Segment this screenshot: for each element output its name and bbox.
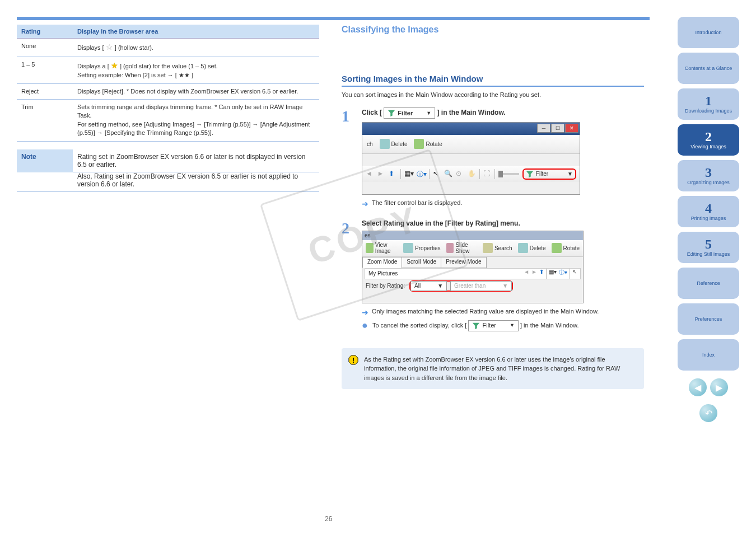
rotate-icon <box>414 139 424 149</box>
note-box: Note Rating set in ZoomBrowser EX versio… <box>17 149 319 192</box>
rating-cell: Reject <box>17 83 73 99</box>
view-image-button[interactable]: View Image <box>366 242 398 254</box>
slideshow-icon <box>446 243 454 253</box>
table-header-rating: Rating <box>17 25 73 39</box>
zoom-slider[interactable] <box>498 173 519 175</box>
desc-cell: Displays a [ ★ ] (gold star) for the val… <box>73 57 319 83</box>
filter-dropdown-inline: Filter ▼ <box>384 107 435 119</box>
nav-chapter-1[interactable]: 1Downloading Images <box>678 88 739 120</box>
nav-introduction[interactable]: Introduction <box>678 17 739 48</box>
filter-dropdowns-highlighted: All▼ Greater than▼ <box>409 280 513 292</box>
info-icon[interactable]: ⓘ▾ <box>559 269 567 279</box>
section-title: Sorting Images in the Main Window <box>342 74 644 87</box>
header-bar <box>17 17 650 20</box>
star-outline-icon: ☆ <box>106 43 113 51</box>
section-description: You can sort images in the Main Window a… <box>342 90 644 100</box>
right-column: Classifying the Images Sorting Images in… <box>342 25 644 389</box>
nav-contents[interactable]: Contents at a Glance <box>678 53 739 84</box>
nav-chapter-3[interactable]: 3Organizing Images <box>678 160 739 191</box>
chevron-down-icon: ▼ <box>567 171 573 177</box>
comparison-dropdown[interactable]: Greater than▼ <box>450 281 512 291</box>
chevron-down-icon: ▼ <box>426 110 431 116</box>
side-navigation: Introduction Contents at a Glance 1Downl… <box>678 17 739 422</box>
trash-icon <box>380 139 390 149</box>
pointer-icon[interactable]: ↖ <box>572 269 577 279</box>
back-button[interactable]: ↶ <box>699 404 717 422</box>
close-button[interactable]: ✕ <box>565 124 578 133</box>
filter-by-rating-label: Filter by Rating: <box>366 283 405 289</box>
zoom-icon[interactable]: 🔍 <box>444 170 452 179</box>
arrow-right-icon: ➜ <box>362 199 368 208</box>
zoom-select-icon[interactable]: ⊙ <box>456 170 464 179</box>
nav-chapter-4[interactable]: 4Printing Images <box>678 196 739 227</box>
forward-icon[interactable]: ► <box>531 269 537 279</box>
properties-icon <box>403 243 413 253</box>
delete-button[interactable]: Delete <box>518 243 546 253</box>
rotate-button[interactable]: Rotate <box>414 139 442 149</box>
warning-icon: ! <box>348 355 358 365</box>
nav-chapter-5[interactable]: 5Editing Still Images <box>678 232 739 263</box>
search-button[interactable]: Search <box>483 243 512 253</box>
svg-text:!: ! <box>352 356 354 364</box>
funnel-icon <box>388 109 395 117</box>
control-bar: ◄ ► ⬆ ▦▾ ⓘ▾ ↖ 🔍 ⊙ ✋ ⛶ <box>362 166 580 182</box>
table-row: Trim Sets trimming range and displays tr… <box>17 99 319 141</box>
filter-dropdown-highlighted[interactable]: Filter ▼ <box>522 168 576 180</box>
up-icon[interactable]: ⬆ <box>389 170 397 179</box>
nav-index[interactable]: Index <box>678 339 739 371</box>
step-number: 2 <box>342 219 356 331</box>
fit-icon[interactable]: ⛶ <box>483 170 492 179</box>
prev-page-button[interactable]: ◀ <box>689 378 707 396</box>
path-bar: My Pictures ◄ ► ⬆ ▦▾ ⓘ▾ ↖ <box>365 268 581 279</box>
slideshow-button[interactable]: Slide Show <box>446 242 477 254</box>
rating-cell: Trim <box>17 99 73 141</box>
table-header-desc: Display in the Browser area <box>73 25 319 39</box>
rating-cell: None <box>17 39 73 57</box>
properties-button[interactable]: Properties <box>403 243 441 253</box>
hand-icon[interactable]: ✋ <box>468 170 476 179</box>
table-row: 1 – 5 Displays a [ ★ ] (gold star) for t… <box>17 57 319 83</box>
screenshot-main-window: ─ ☐ ✕ ch Delete Rotate ◄ ► <box>362 122 580 195</box>
desc-cell: Displays [Reject]. * Does not display wi… <box>73 83 319 99</box>
chevron-down-icon: ▼ <box>510 322 515 330</box>
tab-zoom-mode[interactable]: Zoom Mode <box>362 257 402 268</box>
tab-scroll-mode[interactable]: Scroll Mode <box>402 257 441 268</box>
forward-icon[interactable]: ► <box>377 170 386 179</box>
step-1: 1 Click [ Filter ▼ ] in the Main Window. <box>342 107 644 212</box>
nav-reference[interactable]: Reference <box>678 268 739 299</box>
chevron-down-icon: ▼ <box>437 283 443 289</box>
toolbar: ch Delete Rotate <box>362 135 580 154</box>
warning-box: ! As the Rating set with ZoomBrowser EX … <box>342 348 644 390</box>
mode-tabs: Zoom Mode Scroll Mode Preview Mode <box>362 257 583 268</box>
pointer-icon[interactable]: ↖ <box>433 170 441 179</box>
filter-dropdown-inline: Filter ▼ <box>468 320 518 331</box>
toolbar: View Image Properties Slide Show Search … <box>362 240 583 257</box>
desc-cell: Displays [ ☆ ] (hollow star). <box>73 39 319 57</box>
search-icon <box>483 243 493 253</box>
step-number: 1 <box>342 107 356 212</box>
page-number: 26 <box>325 515 332 523</box>
nav-preferences[interactable]: Preferences <box>678 303 739 335</box>
back-icon[interactable]: ◄ <box>524 269 529 279</box>
result-arrow-1: ➜ The filter control bar is displayed. <box>362 199 644 208</box>
up-icon[interactable]: ⬆ <box>539 269 544 279</box>
rating-value-dropdown[interactable]: All▼ <box>410 281 447 291</box>
info-icon[interactable]: ⓘ▾ <box>417 170 426 179</box>
back-icon[interactable]: ◄ <box>366 170 374 179</box>
chevron-down-icon: ▼ <box>502 283 508 289</box>
rotate-icon <box>552 243 562 253</box>
funnel-icon <box>526 170 534 178</box>
view-icon[interactable]: ▦▾ <box>404 170 413 179</box>
view-icon[interactable]: ▦▾ <box>549 269 557 279</box>
step-2: 2 Select Rating value in the [Filter by … <box>342 219 644 331</box>
bullet-note: ● To cancel the sorted display, click [ … <box>362 320 644 331</box>
next-page-button[interactable]: ▶ <box>710 378 728 396</box>
bullet-icon: ● <box>362 320 368 331</box>
tab-preview-mode[interactable]: Preview Mode <box>441 257 486 268</box>
maximize-button[interactable]: ☐ <box>551 124 564 133</box>
rotate-button[interactable]: Rotate <box>552 243 580 253</box>
minimize-button[interactable]: ─ <box>537 124 550 133</box>
nav-chapter-2[interactable]: 2Viewing Images <box>678 124 739 156</box>
delete-button[interactable]: Delete <box>380 139 408 149</box>
result-arrow-2: ➜ Only images matching the selected Rati… <box>362 308 644 317</box>
